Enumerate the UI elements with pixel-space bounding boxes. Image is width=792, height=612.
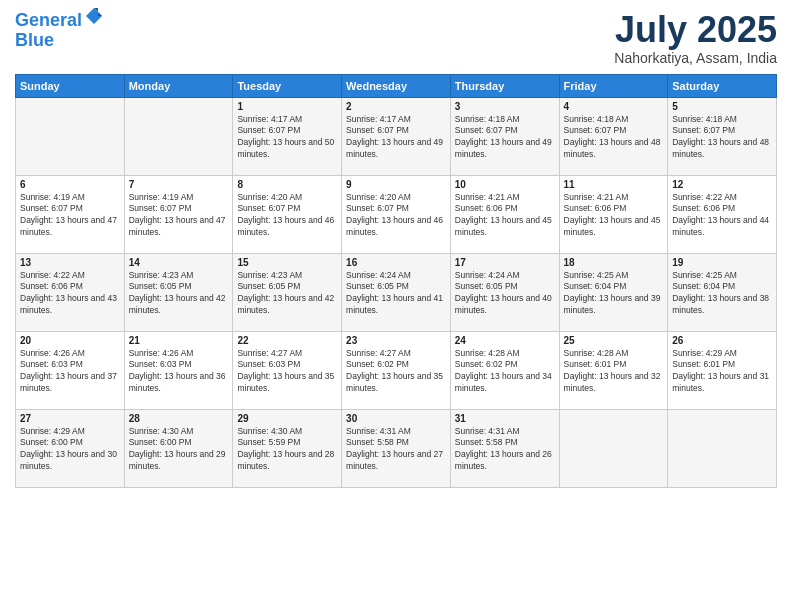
day-number: 27 xyxy=(20,413,120,424)
month-title: July 2025 xyxy=(614,10,777,50)
calendar-cell: 15Sunrise: 4:23 AMSunset: 6:05 PMDayligh… xyxy=(233,253,342,331)
calendar-week-3: 13Sunrise: 4:22 AMSunset: 6:06 PMDayligh… xyxy=(16,253,777,331)
day-details: Sunrise: 4:19 AMSunset: 6:07 PMDaylight:… xyxy=(20,192,120,240)
weekday-header-thursday: Thursday xyxy=(450,74,559,97)
calendar-cell: 11Sunrise: 4:21 AMSunset: 6:06 PMDayligh… xyxy=(559,175,668,253)
day-number: 2 xyxy=(346,101,446,112)
day-details: Sunrise: 4:22 AMSunset: 6:06 PMDaylight:… xyxy=(672,192,772,240)
day-details: Sunrise: 4:26 AMSunset: 6:03 PMDaylight:… xyxy=(20,348,120,396)
logo: General Blue xyxy=(15,10,104,51)
day-number: 16 xyxy=(346,257,446,268)
weekday-header-row: SundayMondayTuesdayWednesdayThursdayFrid… xyxy=(16,74,777,97)
calendar-cell: 24Sunrise: 4:28 AMSunset: 6:02 PMDayligh… xyxy=(450,331,559,409)
day-number: 21 xyxy=(129,335,229,346)
day-details: Sunrise: 4:18 AMSunset: 6:07 PMDaylight:… xyxy=(672,114,772,162)
calendar-cell: 28Sunrise: 4:30 AMSunset: 6:00 PMDayligh… xyxy=(124,409,233,487)
day-number: 9 xyxy=(346,179,446,190)
calendar-cell: 27Sunrise: 4:29 AMSunset: 6:00 PMDayligh… xyxy=(16,409,125,487)
calendar-cell: 25Sunrise: 4:28 AMSunset: 6:01 PMDayligh… xyxy=(559,331,668,409)
calendar-cell: 5Sunrise: 4:18 AMSunset: 6:07 PMDaylight… xyxy=(668,97,777,175)
day-number: 8 xyxy=(237,179,337,190)
calendar-cell: 6Sunrise: 4:19 AMSunset: 6:07 PMDaylight… xyxy=(16,175,125,253)
day-number: 23 xyxy=(346,335,446,346)
calendar-cell: 4Sunrise: 4:18 AMSunset: 6:07 PMDaylight… xyxy=(559,97,668,175)
calendar-cell: 18Sunrise: 4:25 AMSunset: 6:04 PMDayligh… xyxy=(559,253,668,331)
day-details: Sunrise: 4:20 AMSunset: 6:07 PMDaylight:… xyxy=(346,192,446,240)
day-number: 29 xyxy=(237,413,337,424)
day-details: Sunrise: 4:31 AMSunset: 5:58 PMDaylight:… xyxy=(455,426,555,474)
day-number: 20 xyxy=(20,335,120,346)
logo-general: General xyxy=(15,10,82,30)
day-details: Sunrise: 4:29 AMSunset: 6:01 PMDaylight:… xyxy=(672,348,772,396)
calendar-cell: 21Sunrise: 4:26 AMSunset: 6:03 PMDayligh… xyxy=(124,331,233,409)
calendar-cell: 12Sunrise: 4:22 AMSunset: 6:06 PMDayligh… xyxy=(668,175,777,253)
day-details: Sunrise: 4:21 AMSunset: 6:06 PMDaylight:… xyxy=(455,192,555,240)
header: General Blue July 2025 Nahorkatiya, Assa… xyxy=(15,10,777,66)
weekday-header-sunday: Sunday xyxy=(16,74,125,97)
day-number: 11 xyxy=(564,179,664,190)
day-number: 12 xyxy=(672,179,772,190)
calendar-cell: 14Sunrise: 4:23 AMSunset: 6:05 PMDayligh… xyxy=(124,253,233,331)
calendar-table: SundayMondayTuesdayWednesdayThursdayFrid… xyxy=(15,74,777,488)
day-number: 17 xyxy=(455,257,555,268)
day-number: 4 xyxy=(564,101,664,112)
day-details: Sunrise: 4:18 AMSunset: 6:07 PMDaylight:… xyxy=(564,114,664,162)
day-details: Sunrise: 4:30 AMSunset: 6:00 PMDaylight:… xyxy=(129,426,229,474)
day-number: 1 xyxy=(237,101,337,112)
calendar-cell: 22Sunrise: 4:27 AMSunset: 6:03 PMDayligh… xyxy=(233,331,342,409)
calendar-cell xyxy=(559,409,668,487)
day-number: 3 xyxy=(455,101,555,112)
calendar-cell: 17Sunrise: 4:24 AMSunset: 6:05 PMDayligh… xyxy=(450,253,559,331)
calendar-cell: 7Sunrise: 4:19 AMSunset: 6:07 PMDaylight… xyxy=(124,175,233,253)
day-number: 26 xyxy=(672,335,772,346)
calendar-cell: 16Sunrise: 4:24 AMSunset: 6:05 PMDayligh… xyxy=(342,253,451,331)
day-details: Sunrise: 4:19 AMSunset: 6:07 PMDaylight:… xyxy=(129,192,229,240)
day-number: 19 xyxy=(672,257,772,268)
day-details: Sunrise: 4:18 AMSunset: 6:07 PMDaylight:… xyxy=(455,114,555,162)
day-number: 13 xyxy=(20,257,120,268)
calendar-week-4: 20Sunrise: 4:26 AMSunset: 6:03 PMDayligh… xyxy=(16,331,777,409)
calendar-cell: 29Sunrise: 4:30 AMSunset: 5:59 PMDayligh… xyxy=(233,409,342,487)
calendar-cell: 13Sunrise: 4:22 AMSunset: 6:06 PMDayligh… xyxy=(16,253,125,331)
calendar-cell xyxy=(668,409,777,487)
day-details: Sunrise: 4:25 AMSunset: 6:04 PMDaylight:… xyxy=(672,270,772,318)
day-number: 6 xyxy=(20,179,120,190)
calendar-week-2: 6Sunrise: 4:19 AMSunset: 6:07 PMDaylight… xyxy=(16,175,777,253)
day-number: 24 xyxy=(455,335,555,346)
weekday-header-friday: Friday xyxy=(559,74,668,97)
day-number: 22 xyxy=(237,335,337,346)
weekday-header-wednesday: Wednesday xyxy=(342,74,451,97)
day-details: Sunrise: 4:29 AMSunset: 6:00 PMDaylight:… xyxy=(20,426,120,474)
day-details: Sunrise: 4:28 AMSunset: 6:02 PMDaylight:… xyxy=(455,348,555,396)
day-details: Sunrise: 4:20 AMSunset: 6:07 PMDaylight:… xyxy=(237,192,337,240)
calendar-cell: 2Sunrise: 4:17 AMSunset: 6:07 PMDaylight… xyxy=(342,97,451,175)
day-number: 7 xyxy=(129,179,229,190)
day-details: Sunrise: 4:28 AMSunset: 6:01 PMDaylight:… xyxy=(564,348,664,396)
calendar-cell: 23Sunrise: 4:27 AMSunset: 6:02 PMDayligh… xyxy=(342,331,451,409)
day-number: 10 xyxy=(455,179,555,190)
day-number: 31 xyxy=(455,413,555,424)
calendar-cell: 1Sunrise: 4:17 AMSunset: 6:07 PMDaylight… xyxy=(233,97,342,175)
day-number: 18 xyxy=(564,257,664,268)
calendar-cell xyxy=(124,97,233,175)
calendar-cell xyxy=(16,97,125,175)
calendar-week-1: 1Sunrise: 4:17 AMSunset: 6:07 PMDaylight… xyxy=(16,97,777,175)
day-details: Sunrise: 4:31 AMSunset: 5:58 PMDaylight:… xyxy=(346,426,446,474)
calendar-cell: 3Sunrise: 4:18 AMSunset: 6:07 PMDaylight… xyxy=(450,97,559,175)
day-details: Sunrise: 4:24 AMSunset: 6:05 PMDaylight:… xyxy=(346,270,446,318)
logo-blue: Blue xyxy=(15,31,104,51)
day-details: Sunrise: 4:27 AMSunset: 6:02 PMDaylight:… xyxy=(346,348,446,396)
day-number: 30 xyxy=(346,413,446,424)
day-details: Sunrise: 4:24 AMSunset: 6:05 PMDaylight:… xyxy=(455,270,555,318)
day-details: Sunrise: 4:17 AMSunset: 6:07 PMDaylight:… xyxy=(346,114,446,162)
weekday-header-monday: Monday xyxy=(124,74,233,97)
day-details: Sunrise: 4:23 AMSunset: 6:05 PMDaylight:… xyxy=(237,270,337,318)
location: Nahorkatiya, Assam, India xyxy=(614,50,777,66)
day-details: Sunrise: 4:26 AMSunset: 6:03 PMDaylight:… xyxy=(129,348,229,396)
calendar-week-5: 27Sunrise: 4:29 AMSunset: 6:00 PMDayligh… xyxy=(16,409,777,487)
day-details: Sunrise: 4:27 AMSunset: 6:03 PMDaylight:… xyxy=(237,348,337,396)
day-number: 28 xyxy=(129,413,229,424)
calendar-cell: 10Sunrise: 4:21 AMSunset: 6:06 PMDayligh… xyxy=(450,175,559,253)
logo-text: General xyxy=(15,10,104,31)
calendar-cell: 26Sunrise: 4:29 AMSunset: 6:01 PMDayligh… xyxy=(668,331,777,409)
